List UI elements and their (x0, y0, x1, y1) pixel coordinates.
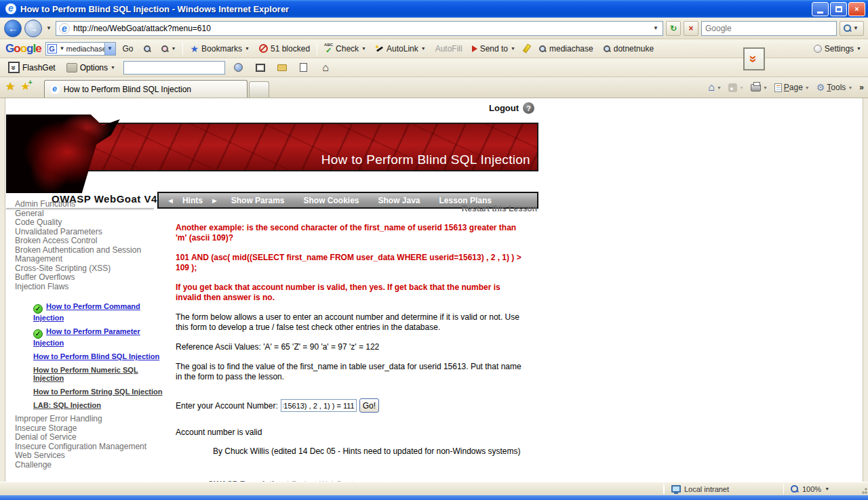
restore-button[interactable] (830, 2, 847, 16)
restart-lesson-link[interactable]: Restart this Lesson (176, 204, 538, 213)
flashget-links-button[interactable] (296, 60, 312, 75)
logout-link[interactable]: Logout (489, 103, 519, 113)
flashget-capture-button[interactable] (252, 60, 269, 75)
settings-button[interactable]: Settings ▼ (814, 44, 861, 54)
lesson-title: How to Perform Blind SQL Injection (321, 152, 530, 167)
add-favorite-icon[interactable]: ★+ (20, 80, 30, 93)
sidebar-category-buffer-overflows[interactable]: Buffer Overflows (15, 273, 169, 283)
combo-dropdown-icon[interactable]: ▼ (104, 43, 115, 55)
google-g-icon: G (47, 44, 57, 54)
url-text[interactable]: http://neo/WebGoat/attack?menu=610 (73, 24, 648, 33)
spellcheck-button[interactable]: ABC✓ Check ▼ (321, 41, 369, 56)
tools-menu-button[interactable]: ⚙Tools▼ (816, 83, 853, 92)
google-search-combo[interactable]: G ▼ mediachase ▼ (45, 42, 116, 56)
address-bar[interactable]: e http://neo/WebGoat/attack?menu=610 ▼ (56, 21, 663, 36)
popup-blocked-icon (259, 44, 268, 53)
completed-check-icon: ✓ (33, 329, 43, 339)
autofill-button[interactable]: AutoFill (433, 43, 465, 55)
zoom-dropdown-icon[interactable]: ▼ (825, 486, 829, 491)
folder-icon (277, 64, 287, 71)
lesson-command-injection[interactable]: ✓How to Perform Command Injection (15, 298, 169, 323)
lesson-string-sql-injection[interactable]: How to Perform String SQL Injection (15, 383, 169, 397)
search-input[interactable] (701, 21, 837, 36)
instructions-paragraph: The form below allows a user to enter an… (176, 312, 528, 333)
search-site-button[interactable] (140, 43, 154, 54)
sidebar-category-admin-functions[interactable]: Admin Functions (15, 200, 169, 209)
stop-icon: × (688, 24, 693, 33)
flashget-input[interactable] (123, 61, 225, 75)
refresh-button[interactable]: ↻ (666, 21, 681, 36)
lesson-numeric-sql-injection[interactable]: How to Perform Numeric SQL Injection (15, 362, 169, 383)
new-tab-button[interactable] (249, 81, 269, 98)
sidebar-category-unvalidated-parameters[interactable]: Unvalidated Parameters (15, 228, 169, 237)
sidebar-category-injection-flaws[interactable]: Injection Flaws (15, 283, 169, 292)
back-icon: ← (8, 23, 18, 34)
address-dropdown-icon[interactable]: ▼ (652, 25, 660, 31)
sidebar-category-insecure-storage[interactable]: Insecure Storage (15, 424, 169, 434)
feeds-button[interactable]: ▼ (728, 83, 744, 92)
resize-grip[interactable] (859, 482, 868, 495)
back-button[interactable]: ← (4, 20, 22, 37)
stop-button[interactable]: × (684, 21, 698, 36)
minimize-button[interactable] (812, 2, 829, 16)
flashget-options-button[interactable]: Options ▼ (64, 62, 118, 74)
sidebar-category-xss[interactable]: Cross-Site Scripting (XSS) (15, 264, 169, 274)
help-icon[interactable]: ? (523, 102, 534, 114)
flashget-sites-button[interactable] (274, 60, 290, 75)
close-button[interactable]: × (848, 2, 865, 16)
sidebar-category-improper-error-handling[interactable]: Improper Error Handling (15, 415, 169, 424)
home-button[interactable]: ⌂▼ (708, 82, 722, 93)
flashget-home-button[interactable]: ⌂ (317, 60, 334, 75)
sidebar-category-web-services[interactable]: Web Services (15, 451, 169, 461)
bookmarks-button[interactable]: ★ Bookmarks ▼ (187, 42, 252, 56)
zoom-icon (791, 485, 799, 493)
history-dropdown-icon[interactable]: ▼ (45, 25, 53, 31)
forward-button[interactable]: → (24, 20, 42, 37)
dotnetnuke-search-button[interactable]: dotnetnuke (600, 43, 656, 55)
computer-icon (671, 485, 681, 493)
sidebar-category-broken-access-control[interactable]: Broken Access Control (15, 236, 169, 246)
lesson-blind-sql-injection[interactable]: How to Perform Blind SQL Injection (15, 348, 169, 362)
google-go-button[interactable]: Go (120, 43, 136, 55)
dropdown-icon: ▼ (511, 46, 515, 51)
google-search-value[interactable]: mediachase (66, 45, 104, 53)
sidebar-category-general[interactable]: General (15, 209, 169, 219)
account-number-input[interactable] (281, 399, 357, 412)
search-dropdown-icon[interactable]: ▼ (852, 25, 860, 31)
lesson-lab-sql-injection[interactable]: LAB: SQL Injection (15, 397, 169, 411)
window-title: How to Perform Blind SQL Injection - Win… (20, 4, 812, 14)
tab-bar: ★ ★+ e How to Perform Blind SQL Injectio… (0, 77, 868, 98)
sidebar-category-broken-authentication[interactable]: Broken Authentication and Session Manage… (15, 246, 169, 264)
dropdown-icon: ▼ (856, 46, 861, 51)
owasp-foundation-link[interactable]: OWASP Foundation (208, 480, 284, 482)
lesson-parameter-injection[interactable]: ✓How to Perform Parameter Injection (15, 323, 169, 348)
page-menu-button[interactable]: Page▼ (774, 83, 810, 92)
autolink-button[interactable]: AutoLink ▼ (373, 43, 429, 55)
toolbar-overflow-icon[interactable]: » (859, 83, 864, 92)
sql-example-paragraph: 101 AND (asc( mid((SELECT first_name FRO… (176, 253, 528, 273)
search-images-button[interactable]: ▼ (158, 43, 179, 54)
highlighter-button[interactable] (522, 43, 532, 54)
active-tab[interactable]: e How to Perform Blind SQL Injection (44, 80, 248, 98)
go-button[interactable]: Go! (359, 398, 379, 413)
favorites-center-icon[interactable]: ★ (5, 80, 15, 93)
sidebar-category-challenge[interactable]: Challenge (15, 461, 169, 470)
flashget-search-button[interactable] (231, 60, 247, 75)
print-button[interactable]: ▼ (751, 84, 768, 91)
sidebar-category-denial-of-service[interactable]: Denial of Service (15, 433, 169, 442)
popup-blocked-button[interactable]: 51 blocked (256, 43, 313, 55)
project-webgoat-link[interactable]: Project WebGoat (292, 480, 353, 482)
flashget-toolbar: » FlashGet Options ▼ ⌂ (0, 58, 868, 77)
sidebar-category-insecure-configuration[interactable]: Insecure Configuration Management (15, 442, 169, 452)
sidebar-category-code-quality[interactable]: Code Quality (15, 218, 169, 228)
refresh-icon: ↻ (670, 24, 677, 33)
mediachase-search-button[interactable]: mediachase (536, 43, 596, 55)
g-dropdown-icon[interactable]: ▼ (58, 45, 66, 51)
search-go-button[interactable]: ▼ (840, 21, 864, 36)
flashget-button[interactable]: » FlashGet (5, 60, 58, 75)
zoom-control[interactable]: 100% ▼ (784, 485, 859, 493)
result-message: Account number is valid (176, 428, 538, 437)
flashget-dropzone[interactable]: » (743, 47, 765, 70)
send-to-button[interactable]: Send to ▼ (469, 43, 518, 55)
dropdown-icon[interactable]: ▼ (172, 46, 176, 51)
